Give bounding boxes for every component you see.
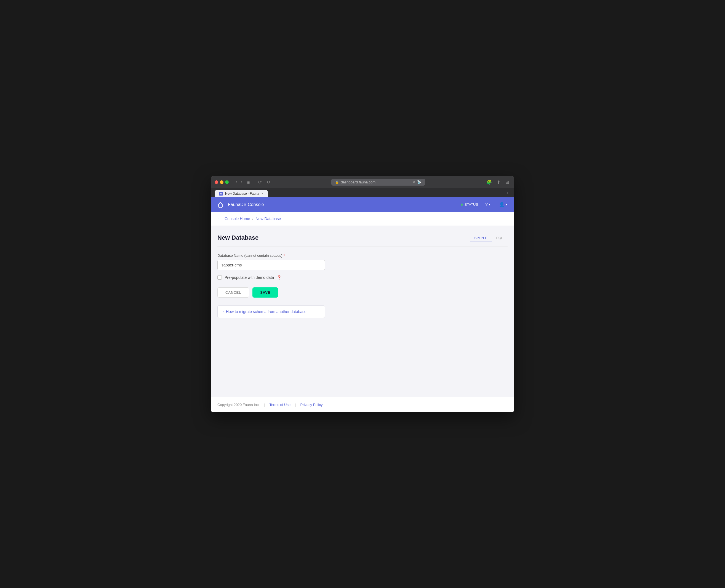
breadcrumb-current: New Database (256, 216, 281, 221)
page-header: New Database SIMPLE FQL (218, 234, 508, 247)
privacy-policy-link[interactable]: Privacy Policy (301, 403, 323, 407)
db-name-label: Database Name (cannot contain spaces) * (218, 253, 508, 258)
reload-button[interactable]: ↺ (265, 179, 272, 185)
view-tabs: SIMPLE FQL (470, 234, 508, 242)
breadcrumb-separator: / (252, 216, 253, 221)
app-header: FaunaDB Console STATUS ? ▾ 👤 ▾ (211, 197, 514, 212)
forward-nav-button[interactable]: › (240, 179, 244, 185)
account-button[interactable]: 👤 ▾ (497, 201, 509, 208)
new-tab-button[interactable]: + (505, 190, 510, 196)
header-right: STATUS ? ▾ 👤 ▾ (461, 201, 509, 208)
active-tab[interactable]: New Database - Fauna ✕ (215, 190, 268, 197)
footer-sep-2: | (295, 403, 296, 407)
save-button[interactable]: SAVE (252, 287, 278, 298)
form-section: Database Name (cannot contain spaces) * … (218, 253, 508, 318)
tab-fql[interactable]: FQL (492, 234, 508, 242)
fauna-logo (216, 201, 225, 209)
browser-tab-bar: New Database - Fauna ✕ + (211, 188, 514, 197)
app-footer: Copyright 2020 Fauna Inc. | Terms of Use… (211, 397, 514, 412)
nav-buttons: ‹ › ▣ (234, 179, 252, 185)
help-chevron-icon: ▾ (489, 203, 490, 206)
close-button[interactable] (215, 181, 218, 184)
terms-of-use-link[interactable]: Terms of Use (270, 403, 291, 407)
back-arrow-link[interactable]: ← (218, 216, 222, 222)
required-star: * (284, 253, 285, 258)
sidebar-toggle-button[interactable]: ▣ (245, 179, 252, 185)
address-bar-container: 🔒 dashboard.fauna.com ↺ 📡 (274, 179, 482, 186)
accordion-label: How to migrate schema from another datab… (226, 310, 307, 314)
status-dot (461, 204, 463, 206)
help-button[interactable]: ? ▾ (483, 201, 492, 208)
minimize-button[interactable] (220, 181, 224, 184)
tab-close-icon[interactable]: ✕ (261, 192, 264, 195)
tab-simple[interactable]: SIMPLE (470, 234, 492, 242)
share-button[interactable]: ⬆ (495, 179, 502, 185)
browser-titlebar: ‹ › ▣ ⟳ ↺ 🔒 dashboard.fauna.com ↺ 📡 🧩 ⬆ … (211, 176, 514, 188)
traffic-lights (215, 181, 229, 184)
maximize-button[interactable] (225, 181, 229, 184)
db-name-label-text: Database Name (cannot contain spaces) (218, 253, 283, 258)
account-chevron-icon: ▾ (506, 203, 507, 206)
url-text: dashboard.fauna.com (341, 180, 375, 184)
refresh-button[interactable]: ⟳ (257, 179, 263, 185)
status-label: STATUS (464, 203, 478, 207)
rss-icon: 📡 (417, 180, 421, 184)
page-title: New Database (218, 234, 258, 241)
migrate-schema-accordion[interactable]: › How to migrate schema from another dat… (218, 305, 325, 318)
chevron-right-icon: › (223, 310, 224, 314)
refresh-icon: ↺ (413, 180, 415, 184)
help-tooltip-icon[interactable]: ❓ (277, 275, 282, 280)
breadcrumb-home-link[interactable]: Console Home (225, 216, 250, 221)
app-title: FaunaDB Console (228, 202, 264, 207)
new-tab-btn[interactable]: ⊞ (504, 179, 510, 185)
main-content: New Database SIMPLE FQL Database Name (c… (211, 226, 514, 397)
address-bar[interactable]: 🔒 dashboard.fauna.com ↺ 📡 (331, 179, 425, 186)
tab-favicon (219, 192, 223, 195)
prepopulate-label: Pre-populate with demo data (225, 275, 274, 280)
db-name-input[interactable] (218, 260, 325, 270)
status-indicator: STATUS (461, 203, 478, 207)
header-left: FaunaDB Console (216, 201, 264, 209)
footer-sep-1: | (264, 403, 265, 407)
prepopulate-checkbox[interactable] (218, 275, 222, 280)
breadcrumb: ← Console Home / New Database (211, 212, 514, 226)
lock-icon: 🔒 (335, 181, 339, 184)
browser-window: ‹ › ▣ ⟳ ↺ 🔒 dashboard.fauna.com ↺ 📡 🧩 ⬆ … (211, 176, 514, 412)
back-nav-button[interactable]: ‹ (234, 179, 239, 185)
cancel-button[interactable]: CANCEL (218, 287, 249, 298)
button-row: CANCEL SAVE (218, 287, 508, 298)
copyright-text: Copyright 2020 Fauna Inc. (218, 403, 260, 407)
extensions-button[interactable]: 🧩 (485, 179, 493, 185)
help-icon: ? (485, 202, 488, 207)
accordion-header[interactable]: › How to migrate schema from another dat… (223, 310, 320, 314)
prepopulate-row: Pre-populate with demo data ❓ (218, 275, 508, 280)
account-icon: 👤 (499, 202, 504, 207)
tab-title: New Database - Fauna (225, 192, 259, 195)
